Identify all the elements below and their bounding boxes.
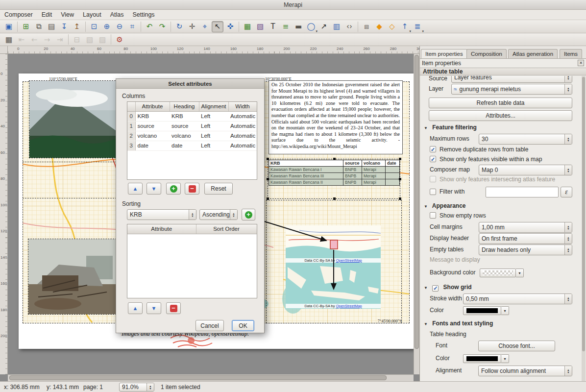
canvas-horizontal-scrollbar[interactable] — [8, 374, 414, 381]
display-header-combo[interactable]: On first frame ▴▾ — [479, 233, 572, 244]
overview-map-1[interactable]: Data CC-By-SA by OpenStreetMap — [286, 225, 381, 263]
menu-settings[interactable]: Settings — [128, 10, 159, 19]
menu-view[interactable]: View — [56, 10, 78, 19]
zoom-tool-icon[interactable]: ⌖ — [199, 21, 211, 32]
dialog-titlebar[interactable]: Select attributes — [116, 79, 264, 89]
close-panel-icon[interactable]: ✕ — [578, 60, 584, 66]
filter-expression-input[interactable] — [486, 187, 559, 197]
attribute-header[interactable]: Attribute — [135, 102, 170, 111]
add-shape-icon[interactable]: ◯▾ — [305, 21, 317, 32]
zoom-full-icon[interactable]: ⊡ — [88, 21, 100, 32]
panel-scrollbar[interactable] — [582, 76, 586, 381]
window-titlebar[interactable]: Merapi — [0, 0, 586, 10]
add-attribute-table-icon[interactable]: ▥ — [331, 21, 342, 32]
zoom-in-icon[interactable]: ⊕ — [101, 21, 113, 32]
fonts-styling-header[interactable]: ▼ Fonts and text styling — [424, 320, 586, 327]
attributes-button[interactable]: Attributes... — [429, 110, 572, 121]
appearance-header[interactable]: ▼ Appearance — [424, 202, 586, 209]
stroke-width-spinbox[interactable]: 0,50 mm ▴▾ — [463, 294, 572, 304]
menu-atlas[interactable]: Atlas — [106, 10, 128, 19]
column-move-up-button[interactable]: ▲ — [128, 183, 143, 195]
move-item-content-icon[interactable]: ✜ — [224, 21, 236, 32]
filter-with-checkbox[interactable] — [430, 189, 436, 195]
osm-link[interactable]: OpenStreetMap — [336, 258, 362, 263]
layer-combo[interactable]: ≈ gunung merapi meletus ▴▾ — [451, 84, 572, 95]
column-remove-button[interactable]: − — [185, 183, 199, 195]
tab-composition[interactable]: Composition — [466, 49, 507, 58]
atlas-preview-icon[interactable]: ▦ — [3, 34, 15, 45]
background-color-caret[interactable]: ▾ — [516, 269, 524, 277]
choose-font-button[interactable]: Choose font... — [478, 341, 555, 351]
redo-icon[interactable]: ↷ — [156, 21, 168, 32]
hscroll-thumb[interactable] — [9, 375, 387, 380]
undo-icon[interactable]: ↶ — [144, 21, 155, 32]
add-arrow-icon[interactable]: ↗ — [318, 21, 330, 32]
grid-color-button[interactable] — [463, 306, 501, 315]
column-move-down-button[interactable]: ▼ — [146, 183, 161, 195]
page-attribute-table[interactable]: KRBsourcevolcanodateKawasan Rawan Bencan… — [269, 160, 400, 186]
add-legend-icon[interactable]: ≡ — [280, 21, 292, 32]
raise-items-icon[interactable]: ↑▾ — [399, 21, 411, 32]
show-grid-header[interactable]: ▼ ✓ Show grid — [424, 284, 586, 291]
columns-table-row[interactable]: 0KRBKRBLeftAutomatic — [127, 111, 257, 121]
destroyed-house-photo[interactable] — [28, 239, 119, 314]
visible-features-checkbox[interactable]: ✓ — [430, 156, 436, 162]
article-text-item[interactable]: On 25 October 2010 the Indonesian govern… — [269, 80, 403, 154]
source-combo[interactable]: Layer features ▴▾ — [451, 76, 572, 83]
sort-attribute-header[interactable]: Attribute — [127, 224, 196, 234]
tab-items[interactable]: Items — [560, 49, 582, 58]
sort-move-up-button[interactable]: ▲ — [128, 302, 143, 314]
unlock-items-icon[interactable]: ◇ — [386, 21, 398, 32]
save-project-icon[interactable]: ▣ — [3, 21, 15, 32]
add-map-icon[interactable]: ▦ — [242, 21, 253, 32]
background-color-button[interactable] — [480, 269, 516, 277]
add-label-icon[interactable]: T — [267, 21, 279, 32]
new-composition-icon[interactable]: ⊞ — [20, 21, 32, 32]
atlas-settings-icon[interactable]: ⚙ — [114, 34, 125, 45]
columns-table-row[interactable]: 3datedateLeftAutomatic — [127, 141, 257, 150]
menu-composer[interactable]: Composer — [0, 10, 37, 19]
sort-remove-button[interactable]: − — [166, 302, 181, 314]
sorting-table[interactable]: Attribute Sort Order — [127, 224, 257, 298]
cell-margins-spinbox[interactable]: 1,00 mm ▴▾ — [479, 222, 572, 233]
heading-color-button[interactable] — [463, 354, 501, 363]
menu-layout[interactable]: Layout — [78, 10, 106, 19]
sort-order-header[interactable]: Sort Order — [196, 224, 257, 234]
lock-items-icon[interactable]: ◆ — [373, 21, 385, 32]
composer-map-combo[interactable]: Map 0 ▴▾ — [479, 165, 572, 175]
sort-order-combo[interactable]: Ascending ▴▾ — [199, 209, 238, 220]
duplicate-composition-icon[interactable]: ⧉ — [33, 21, 45, 32]
reset-button[interactable]: Reset — [204, 183, 233, 195]
columns-table-row[interactable]: 1sourcesourceLeftAutomatic — [127, 121, 257, 131]
alignment-combo[interactable]: Follow column alignment ▴▾ — [478, 366, 572, 376]
vscroll-thumb[interactable] — [415, 55, 419, 349]
empty-tables-combo[interactable]: Draw headers only ▴▾ — [479, 245, 572, 255]
panel-scroll-thumb[interactable] — [582, 77, 585, 351]
columns-table[interactable]: Attribute Heading Alignment Width 0KRBKR… — [127, 101, 257, 180]
remove-duplicates-checkbox[interactable]: ✓ — [430, 146, 436, 152]
save-as-template-icon[interactable]: ↧ — [58, 21, 70, 32]
heading-header[interactable]: Heading — [170, 102, 199, 111]
alignment-header[interactable]: Alignment — [199, 102, 228, 111]
ok-button[interactable]: OK — [232, 320, 254, 331]
select-move-item-icon[interactable]: ↖ — [212, 21, 223, 32]
add-scalebar-icon[interactable]: ▬ — [293, 21, 304, 32]
composer-manager-icon[interactable]: ▤ — [46, 21, 57, 32]
zoom-combo[interactable]: 91.0% ▴▾ — [119, 383, 154, 392]
heading-color-caret[interactable]: ▾ — [501, 354, 509, 363]
show-empty-rows-checkbox[interactable] — [430, 212, 436, 219]
sorting-add-button[interactable]: + — [242, 209, 255, 220]
load-from-template-icon[interactable]: ↥ — [71, 21, 83, 32]
refresh-view-icon[interactable]: ↻ — [173, 21, 185, 32]
canvas-vertical-scrollbar[interactable] — [414, 54, 419, 374]
expression-builder-button[interactable]: ε — [561, 187, 572, 197]
osm-link[interactable]: OpenStreetMap — [336, 304, 362, 308]
sort-move-down-button[interactable]: ▼ — [146, 302, 161, 314]
maximum-rows-spinbox[interactable]: 30 ▴▾ — [479, 134, 572, 145]
feature-filtering-header[interactable]: ▼ Feature filtering — [424, 124, 586, 131]
column-add-button[interactable]: + — [166, 183, 181, 195]
cancel-button[interactable]: Cancel — [195, 320, 224, 331]
menu-edit[interactable]: Edit — [37, 10, 57, 19]
zoom-out-icon[interactable]: ⊖ — [114, 21, 125, 32]
tab-atlas-generation[interactable]: Atlas generation — [508, 49, 558, 58]
